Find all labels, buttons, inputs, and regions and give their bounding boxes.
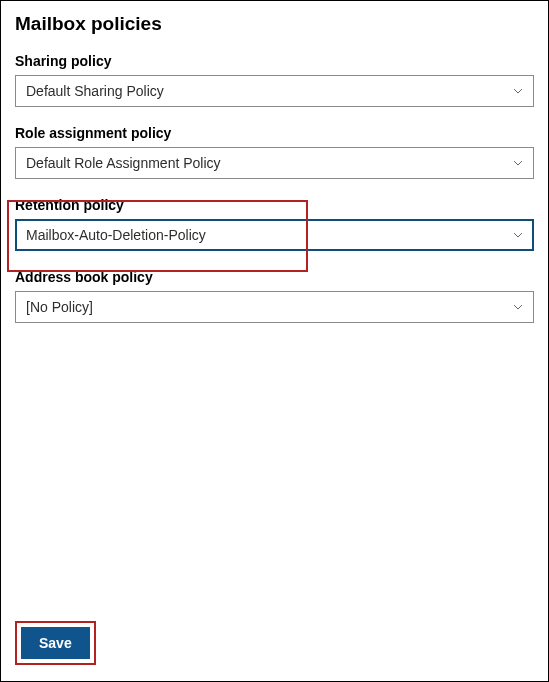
role-assignment-policy-field: Role assignment policy Default Role Assi… (15, 125, 534, 179)
role-assignment-policy-value: Default Role Assignment Policy (26, 155, 221, 171)
sharing-policy-value: Default Sharing Policy (26, 83, 164, 99)
retention-policy-select[interactable]: Mailbox-Auto-Deletion-Policy (15, 219, 534, 251)
sharing-policy-label: Sharing policy (15, 53, 534, 69)
address-book-policy-field: Address book policy [No Policy] (15, 269, 534, 323)
role-assignment-policy-select[interactable]: Default Role Assignment Policy (15, 147, 534, 179)
sharing-policy-select[interactable]: Default Sharing Policy (15, 75, 534, 107)
save-button[interactable]: Save (21, 627, 90, 659)
retention-policy-value: Mailbox-Auto-Deletion-Policy (26, 227, 206, 243)
retention-policy-field: Retention policy Mailbox-Auto-Deletion-P… (15, 197, 534, 251)
role-assignment-policy-label: Role assignment policy (15, 125, 534, 141)
page-title: Mailbox policies (15, 13, 534, 35)
address-book-policy-value: [No Policy] (26, 299, 93, 315)
sharing-policy-field: Sharing policy Default Sharing Policy (15, 53, 534, 107)
highlight-annotation: Save (15, 621, 96, 665)
address-book-policy-label: Address book policy (15, 269, 534, 285)
address-book-policy-select[interactable]: [No Policy] (15, 291, 534, 323)
retention-policy-label: Retention policy (15, 197, 534, 213)
